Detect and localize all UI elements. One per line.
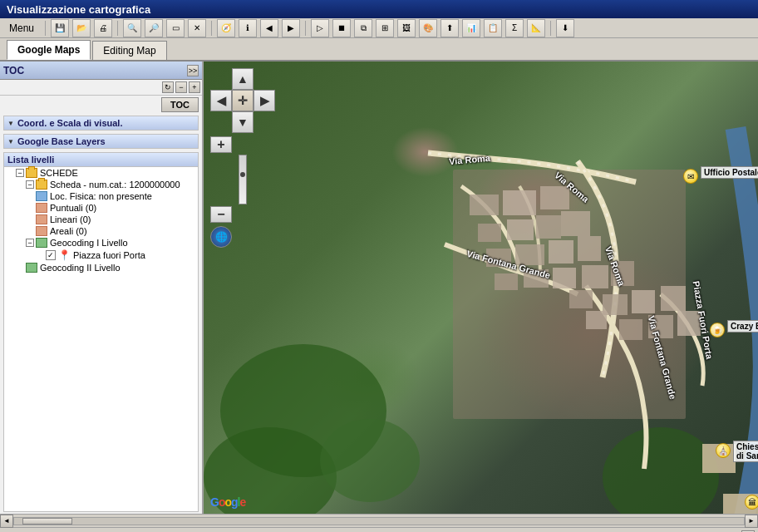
layers-section-header[interactable]: ▼ Google Base Layers bbox=[4, 135, 198, 148]
nav-cluster: ▲ ◀ ✛ ▶ ▼ bbox=[210, 68, 275, 133]
toolbar-zoom-in[interactable]: 🔍 bbox=[123, 19, 141, 37]
tree-item-areali[interactable]: Areali (0) bbox=[4, 225, 198, 237]
poi-label-postale: Ufficio Postale di Tufillo bbox=[701, 166, 758, 179]
poi-chiesa[interactable]: ⛪ Chiesa Parrocchiale di Santa Giusta bbox=[715, 442, 731, 459]
tree-item-puntuali[interactable]: Puntuali (0) bbox=[4, 202, 198, 214]
toolbar-zoom-out[interactable]: 🔎 bbox=[145, 19, 163, 37]
nav-up[interactable]: ▲ bbox=[232, 68, 253, 90]
toolbar-back[interactable]: ◀ bbox=[260, 19, 278, 37]
toolbar-open[interactable]: 📂 bbox=[72, 19, 91, 37]
nav-empty-br bbox=[253, 111, 275, 133]
tab-editing-map[interactable]: Editing Map bbox=[92, 41, 166, 60]
toolbar-select[interactable]: ▭ bbox=[166, 19, 185, 37]
toolbar-stop[interactable]: ⏹ bbox=[332, 19, 351, 37]
expand-geocoding1[interactable]: − bbox=[26, 239, 34, 247]
toolbar-download[interactable]: ⬇ bbox=[556, 19, 574, 37]
nav-empty-bl bbox=[210, 111, 232, 133]
scroll-left-btn[interactable]: ◄ bbox=[0, 515, 13, 528]
label-areali: Areali (0) bbox=[50, 226, 87, 236]
zoom-bar[interactable] bbox=[239, 155, 247, 204]
poi-crazy-bar[interactable]: 🍺 Crazy Bar 2 bbox=[709, 322, 726, 338]
nav-center[interactable]: ✛ bbox=[232, 90, 253, 111]
toolbar-layers[interactable]: ⧉ bbox=[354, 19, 372, 37]
tree-item-loc-fisica[interactable]: Loc. Fisica: non presente bbox=[4, 190, 198, 202]
earth-icon: 🌐 bbox=[215, 231, 228, 243]
toc-toolbar: ↻ − + bbox=[0, 80, 202, 96]
menu-button[interactable]: Menu bbox=[3, 20, 40, 37]
toolbar-forward[interactable]: ▶ bbox=[282, 19, 300, 37]
toolbar-separator-1 bbox=[45, 21, 46, 36]
toc-refresh-btn[interactable]: ↻ bbox=[162, 81, 174, 93]
tree-item-lineari[interactable]: Lineari (0) bbox=[4, 214, 198, 225]
h-scrollbar: ◄ ► bbox=[0, 514, 758, 527]
toolbar-note[interactable]: 📋 bbox=[484, 19, 502, 37]
toolbar-chart[interactable]: 📊 bbox=[462, 19, 480, 37]
map-area[interactable]: Via Roma Via Roma Via Roma Via Fontana G… bbox=[204, 62, 758, 514]
tree-item-geocoding1[interactable]: − Geocoding I Livello bbox=[4, 237, 198, 249]
nav-down[interactable]: ▼ bbox=[232, 111, 253, 133]
toolbar-palette[interactable]: 🎨 bbox=[419, 19, 437, 37]
label-piazza: Piazza fuori Porta bbox=[73, 250, 145, 260]
map-background bbox=[204, 62, 758, 514]
earth-btn[interactable]: 🌐 bbox=[210, 226, 232, 248]
scroll-thumb[interactable] bbox=[22, 518, 72, 525]
map-controls: ▲ ◀ ✛ ▶ ▼ + − 🌐 bbox=[210, 68, 275, 248]
folder-icon-scheda bbox=[36, 180, 47, 190]
layer-icon-areali bbox=[36, 226, 47, 236]
toolbar-print[interactable]: 🖨 bbox=[94, 19, 112, 37]
tab-google-maps[interactable]: Google Maps bbox=[7, 40, 91, 60]
zoom-in-btn[interactable]: + bbox=[210, 136, 232, 153]
toc-collapse-btn[interactable]: >> bbox=[187, 65, 199, 76]
toolbar-separator-2 bbox=[117, 21, 118, 36]
label-puntuali: Puntuali (0) bbox=[50, 203, 96, 213]
poi-label-bar: Crazy Bar 2 bbox=[727, 320, 758, 332]
zoom-out-btn[interactable]: − bbox=[210, 206, 232, 223]
app-title: Visualizzazione cartografica bbox=[7, 3, 150, 16]
pin-icon-piazza: 📍 bbox=[58, 249, 71, 261]
tree-item-scheda[interactable]: − Scheda - num.cat.: 1200000000 bbox=[4, 179, 198, 190]
toolbar-delete[interactable]: ✕ bbox=[188, 19, 206, 37]
tree-item-schede[interactable]: − SCHEDE bbox=[4, 167, 198, 179]
expand-scheda[interactable]: − bbox=[26, 180, 34, 189]
menu-bar: Menu 💾 📂 🖨 🔍 🔎 ▭ ✕ 🧭 ℹ ◀ ▶ ▷ ⏹ ⧉ ⊞ 🖼 🎨 ⬆… bbox=[0, 18, 758, 38]
toolbar-navigate[interactable]: 🧭 bbox=[217, 19, 235, 37]
toolbar-symbol[interactable]: Σ bbox=[505, 19, 524, 37]
toolbar-grid[interactable]: ⊞ bbox=[376, 19, 394, 37]
nav-empty-tl bbox=[210, 68, 232, 90]
toolbar-upload[interactable]: ⬆ bbox=[441, 19, 459, 37]
tree-item-piazza[interactable]: ✓ 📍 Piazza fuori Porta bbox=[4, 249, 198, 262]
scroll-right-btn[interactable]: ► bbox=[745, 515, 758, 528]
scroll-track[interactable] bbox=[13, 517, 745, 525]
coord-section: ▼ Coord. e Scala di visual. bbox=[3, 116, 199, 131]
expand-schede[interactable]: − bbox=[16, 169, 24, 177]
title-bar: Visualizzazione cartografica bbox=[0, 0, 758, 18]
checkbox-piazza[interactable]: ✓ bbox=[46, 250, 56, 260]
nav-empty-tr bbox=[253, 68, 275, 90]
coord-title: Coord. e Scala di visual. bbox=[17, 118, 123, 128]
toolbar-measure[interactable]: 📐 bbox=[527, 19, 545, 37]
coord-section-header[interactable]: ▼ Coord. e Scala di visual. bbox=[4, 116, 198, 130]
tree-item-geocoding2[interactable]: Geocoding II Livello bbox=[4, 262, 198, 273]
zoom-controls: + − bbox=[210, 136, 275, 223]
toc-expand-btn[interactable]: + bbox=[189, 81, 200, 93]
nav-left[interactable]: ◀ bbox=[210, 90, 232, 111]
lista-livelli: Lista livelli − SCHEDE − Scheda - num.ca… bbox=[3, 152, 199, 512]
poi-municipio[interactable]: 🏛 Municipio di Tufillo bbox=[744, 494, 758, 510]
toolbar-photos[interactable]: 🖼 bbox=[397, 19, 416, 37]
nav-right[interactable]: ▶ bbox=[253, 90, 275, 111]
poi-circle-bar: 🍺 bbox=[710, 323, 725, 337]
toolbar-save[interactable]: 💾 bbox=[51, 19, 69, 37]
poi-circle-municipio: 🏛 bbox=[745, 495, 758, 510]
toc-button[interactable]: TOC bbox=[161, 97, 199, 112]
poi-label-chiesa: Chiesa Parrocchiale di Santa Giusta bbox=[733, 441, 758, 462]
toc-header: TOC >> bbox=[0, 62, 202, 80]
toc-panel: TOC >> ↻ − + TOC ▼ Coord. e Scala di vis… bbox=[0, 62, 204, 514]
toolbar-play[interactable]: ▷ bbox=[311, 19, 329, 37]
poi-ufficio-postale[interactable]: ✉ Ufficio Postale di Tufillo bbox=[682, 168, 699, 185]
toc-min-btn[interactable]: − bbox=[175, 81, 187, 93]
label-geocoding1: Geocoding I Livello bbox=[50, 238, 128, 248]
layer-icon-lineari bbox=[36, 214, 47, 224]
toolbar-info[interactable]: ℹ bbox=[239, 19, 257, 37]
label-schede: SCHEDE bbox=[40, 168, 78, 178]
layer-icon-loc-fisica bbox=[36, 191, 47, 201]
